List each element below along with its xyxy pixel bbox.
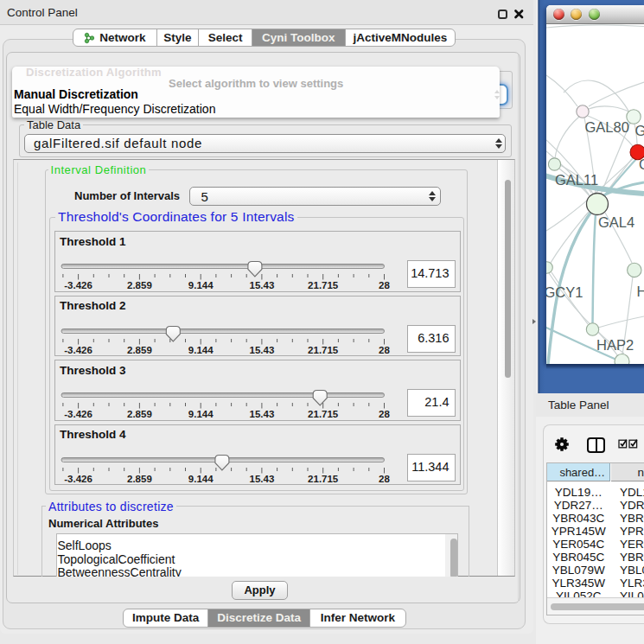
svg-text:-3.426: -3.426: [64, 474, 92, 484]
svg-text:21.715: 21.715: [308, 474, 339, 484]
svg-text:GAL80: GAL80: [585, 119, 629, 135]
svg-text:2.859: 2.859: [127, 280, 152, 290]
svg-text:21.715: 21.715: [308, 280, 339, 290]
svg-text:GCY1: GCY1: [546, 284, 583, 300]
svg-text:GAL11: GAL11: [555, 172, 598, 188]
svg-text:9.144: 9.144: [188, 345, 214, 355]
svg-text:2.859: 2.859: [127, 409, 152, 419]
svg-text:21.715: 21.715: [308, 345, 339, 355]
svg-text:28: 28: [379, 474, 390, 484]
svg-text:2.859: 2.859: [127, 474, 152, 484]
svg-text:C: C: [639, 156, 644, 172]
svg-text:GAL4: GAL4: [598, 214, 634, 230]
svg-text:28: 28: [379, 280, 390, 290]
svg-text:G.: G.: [635, 123, 644, 138]
svg-text:15.43: 15.43: [250, 474, 275, 484]
svg-text:21.715: 21.715: [308, 409, 339, 419]
svg-text:-3.426: -3.426: [64, 345, 92, 355]
svg-text:15.43: 15.43: [250, 345, 275, 355]
svg-text:28: 28: [379, 409, 390, 419]
svg-text:15.43: 15.43: [250, 409, 275, 419]
svg-text:-3.426: -3.426: [64, 409, 92, 419]
svg-text:HAP2: HAP2: [596, 337, 634, 353]
svg-text:28: 28: [379, 345, 390, 355]
svg-text:9.144: 9.144: [188, 409, 214, 419]
svg-text:-3.426: -3.426: [64, 280, 92, 290]
svg-text:2.859: 2.859: [127, 345, 152, 355]
svg-text:9.144: 9.144: [188, 280, 214, 290]
svg-text:15.43: 15.43: [250, 280, 275, 290]
svg-text:H: H: [637, 284, 644, 299]
svg-text:9.144: 9.144: [188, 474, 214, 484]
